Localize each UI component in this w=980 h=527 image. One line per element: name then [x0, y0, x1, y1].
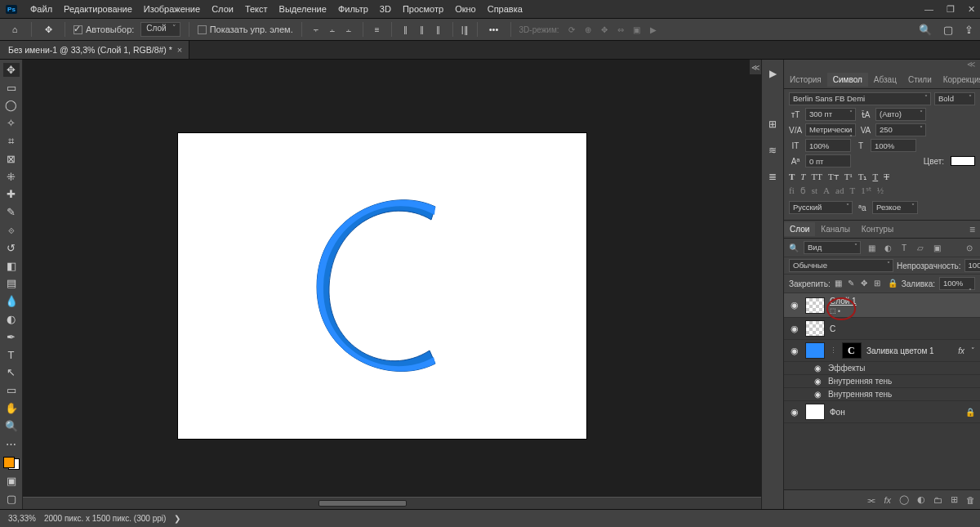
- eraser-tool[interactable]: ◧: [3, 259, 20, 273]
- move-tool-indicator-icon[interactable]: ✥: [40, 21, 56, 38]
- tracking-select[interactable]: 250: [875, 123, 926, 136]
- font-size-select[interactable]: 300 пт: [805, 108, 856, 121]
- font-family-select[interactable]: Berlin Sans FB Demi: [789, 92, 931, 105]
- workspace-icon[interactable]: ▢: [943, 24, 953, 36]
- doc-info-arrow-icon[interactable]: ❯: [174, 514, 180, 523]
- window-min-icon[interactable]: —: [924, 4, 933, 14]
- tab-paths[interactable]: Контуры: [856, 222, 899, 236]
- layer-name[interactable]: Заливка цветом 1: [866, 346, 934, 355]
- more-options-icon[interactable]: •••: [486, 21, 502, 38]
- ot-st[interactable]: st: [812, 185, 817, 196]
- menu-3d[interactable]: 3D: [374, 2, 397, 16]
- gradient-tool[interactable]: ▤: [3, 277, 20, 291]
- lock-icon[interactable]: 🔒: [965, 408, 975, 417]
- layer-name[interactable]: Фон: [830, 408, 845, 417]
- align-bottom-icon[interactable]: ⫠: [343, 24, 354, 35]
- ot-a[interactable]: A: [823, 185, 830, 196]
- healing-tool[interactable]: ✚: [3, 188, 20, 202]
- wand-tool[interactable]: ✧: [3, 116, 20, 130]
- visibility-icon[interactable]: ◉: [789, 300, 800, 310]
- layer-thumb[interactable]: [805, 404, 825, 420]
- lasso-tool[interactable]: ◯: [3, 99, 20, 113]
- window-close-icon[interactable]: ✕: [968, 4, 975, 15]
- window-max-icon[interactable]: ❐: [947, 4, 955, 15]
- lang-select[interactable]: Русский: [789, 201, 853, 214]
- screen-mode-icon[interactable]: ▢: [3, 492, 20, 506]
- filter-pixel-icon[interactable]: ▦: [866, 242, 877, 253]
- move-tool[interactable]: ✥: [3, 63, 20, 77]
- filter-smart-icon[interactable]: ▣: [931, 242, 942, 253]
- menu-view[interactable]: Просмотр: [397, 2, 449, 16]
- smallcaps-button[interactable]: Tᴛ: [828, 172, 839, 182]
- canvas-area[interactable]: ≪: [23, 60, 761, 509]
- quick-mask-icon[interactable]: ▣: [3, 474, 20, 488]
- menu-filter[interactable]: Фильтр: [332, 2, 374, 16]
- blend-mode-select[interactable]: Обычные: [789, 259, 893, 272]
- layer-row-4[interactable]: ◉ Фон 🔒: [784, 401, 980, 423]
- align-vcenter-icon[interactable]: ⫠: [327, 24, 338, 35]
- layer-row-2[interactable]: ◉ С: [784, 318, 980, 340]
- brush-tool[interactable]: ✎: [3, 205, 20, 219]
- new-group-icon[interactable]: 🗀: [933, 495, 942, 505]
- layers-panel-menu-icon[interactable]: ≡: [969, 224, 975, 235]
- stamp-tool[interactable]: ⟐: [3, 223, 20, 237]
- eyedropper-tool[interactable]: ⁜: [3, 170, 20, 184]
- visibility-icon[interactable]: ◉: [789, 407, 800, 418]
- fill-select[interactable]: 100%: [939, 277, 975, 290]
- document-canvas[interactable]: [178, 133, 586, 439]
- ot-1st[interactable]: 1ˢᵗ: [861, 185, 871, 196]
- visibility-icon[interactable]: ◉: [789, 346, 800, 356]
- opacity-select[interactable]: 100%: [964, 259, 980, 272]
- glyphs-panel-icon[interactable]: ⊞: [764, 115, 782, 133]
- tab-character[interactable]: Символ: [827, 73, 868, 87]
- subscript-button[interactable]: T₁: [858, 172, 867, 182]
- allcaps-button[interactable]: TT: [811, 172, 822, 182]
- tab-layers[interactable]: Слои: [784, 222, 815, 236]
- dist-v-icon[interactable]: ‖: [416, 24, 428, 35]
- superscript-button[interactable]: T¹: [844, 172, 853, 182]
- dist-h-icon[interactable]: ‖: [400, 24, 412, 35]
- play-action-icon[interactable]: ▶: [764, 65, 782, 83]
- paragraph-styles-icon[interactable]: ≋: [764, 141, 782, 159]
- layer-row-3[interactable]: ◉ ⋮ Заливка цветом 1 fx˅: [784, 340, 980, 362]
- dist-more-icon[interactable]: |‖: [461, 25, 469, 35]
- filter-shape-icon[interactable]: ▱: [915, 242, 926, 253]
- tab-adjustments[interactable]: Коррекция: [938, 73, 980, 87]
- hscale-input[interactable]: [871, 139, 916, 152]
- italic-button[interactable]: T: [800, 172, 805, 182]
- lock-pos-icon[interactable]: ✥: [861, 279, 870, 288]
- lock-all-icon[interactable]: 🔒: [888, 279, 898, 288]
- ot-fi[interactable]: fi: [789, 185, 795, 196]
- menu-layers[interactable]: Слои: [206, 2, 239, 16]
- menu-file[interactable]: Файл: [24, 2, 58, 16]
- text-tool[interactable]: T: [3, 348, 20, 362]
- dodge-tool[interactable]: ◐: [3, 312, 20, 326]
- zoom-level[interactable]: 33,33%: [8, 514, 36, 523]
- tab-close-icon[interactable]: ×: [177, 45, 182, 55]
- menu-help[interactable]: Справка: [482, 2, 528, 16]
- menu-select[interactable]: Выделение: [274, 2, 332, 16]
- ot-sigma[interactable]: ϭ: [800, 185, 806, 196]
- menu-type[interactable]: Текст: [239, 2, 274, 16]
- delete-layer-icon[interactable]: 🗑: [966, 495, 975, 505]
- tab-styles[interactable]: Стили: [902, 73, 938, 87]
- show-controls-check[interactable]: Показать упр. элем.: [198, 25, 293, 35]
- visibility-icon[interactable]: ◉: [812, 377, 823, 386]
- zoom-tool[interactable]: 🔍: [3, 419, 20, 433]
- panel-collapse-left-icon[interactable]: ≪: [750, 60, 761, 74]
- bold-button[interactable]: T: [789, 172, 795, 182]
- layer-row-1[interactable]: ◉ Слой 1 ⬚ ▪: [784, 293, 980, 318]
- effect-inner-shadow-2[interactable]: ◉ Внутренняя тень: [784, 388, 980, 401]
- document-tab[interactable]: Без имени-1 @ 33,3% (Слой 1, RGB/8#) * ×: [0, 41, 189, 59]
- edit-toolbar-icon[interactable]: ⋯: [3, 437, 20, 451]
- lock-artboard-icon[interactable]: ⊞: [874, 279, 883, 288]
- layer-thumb[interactable]: [805, 297, 825, 314]
- filter-toggle-icon[interactable]: ⊙: [964, 242, 975, 253]
- layer-name[interactable]: С: [830, 324, 835, 333]
- fx-expand-icon[interactable]: ˅: [971, 346, 975, 355]
- menu-window[interactable]: Окно: [449, 2, 482, 16]
- history-brush-tool[interactable]: ↺: [3, 241, 20, 255]
- autoselect-target-select[interactable]: Слой: [140, 22, 180, 37]
- tab-channels[interactable]: Каналы: [815, 222, 856, 236]
- add-mask-icon[interactable]: ◯: [899, 494, 909, 505]
